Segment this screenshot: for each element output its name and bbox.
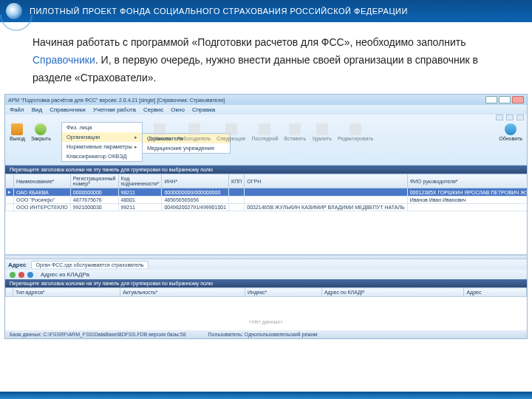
cell[interactable]: [229, 188, 245, 197]
status-user: Пользователь: Однопользовательский режим: [208, 332, 318, 337]
col-index[interactable]: Индекс*: [245, 288, 322, 297]
statusbar: База данных: C:\FSSRF\ARM_FSS\DataBase\B…: [5, 330, 527, 338]
row-indicator-col: [6, 288, 13, 297]
cell[interactable]: [245, 188, 407, 197]
window-controls: [485, 96, 524, 103]
intro-highlight: Справочники: [33, 54, 95, 66]
refresh-button[interactable]: Обновить: [499, 123, 522, 141]
menu-norm-params[interactable]: Нормативные параметры▸: [62, 142, 142, 151]
menu-med-uchr[interactable]: Медицинские учреждения: [143, 143, 230, 153]
menu-view[interactable]: Вид: [32, 106, 42, 113]
cell[interactable]: 98211: [118, 188, 162, 197]
close-button[interactable]: Закрыть: [31, 123, 51, 141]
next-button[interactable]: Следующие: [216, 123, 245, 141]
maximize-button[interactable]: [499, 96, 511, 103]
tab-fss-body[interactable]: Орган ФСС,где обслуживается страхователь: [31, 261, 149, 268]
refresh-icon: [505, 123, 516, 135]
col-sub[interactable]: Код подчиненности*: [118, 174, 162, 188]
toolbar: Выход Закрыть Физ. лица Организации▸ Нор…: [5, 122, 527, 166]
close-window-button[interactable]: [512, 96, 524, 103]
edit-button[interactable]: Редактировать: [338, 123, 373, 141]
cell[interactable]: ОАО КБАКВА: [14, 188, 71, 197]
exit-button[interactable]: Выход: [10, 123, 25, 141]
close-label: Закрыть: [31, 136, 51, 141]
label: Организации: [66, 134, 100, 140]
menu-help[interactable]: Справка: [192, 106, 215, 113]
minimize-button[interactable]: [485, 96, 497, 103]
edit-icon: [349, 123, 361, 135]
cell[interactable]: ООО "Росинфо": [14, 197, 71, 204]
add-button[interactable]: Добавить: [149, 123, 171, 141]
no-data-label: <Нет данных>: [249, 319, 283, 324]
delete-icon: [316, 123, 328, 135]
mdi-restore[interactable]: [506, 115, 514, 120]
mdi-close[interactable]: [516, 115, 524, 120]
cell[interactable]: [407, 204, 527, 211]
addr-toolbar: Адрес из КЛАДРа: [5, 270, 527, 279]
next-icon: [225, 123, 237, 135]
group-panel[interactable]: Перетащите заголовок колонки на эту пане…: [5, 166, 527, 174]
cell[interactable]: 9921000030: [70, 204, 118, 211]
slide-header: ПИЛОТНЫЙ ПРОЕКТ ФОНДА СОЦИАЛЬНОГО СТРАХО…: [0, 0, 532, 22]
cell[interactable]: 0000000000/000000000: [162, 188, 229, 197]
table-row[interactable]: ▸ ОАО КБАКВА 0000000000 98211 0000000000…: [6, 188, 528, 197]
label: Работодатель: [177, 136, 211, 141]
menu-organizacii[interactable]: Организации▸: [62, 132, 142, 142]
mdi-min[interactable]: [496, 115, 503, 120]
status-db: База данных: C:\FSSRF\ARM_FSS\DataBase\B…: [10, 332, 186, 337]
col-ogrn[interactable]: ОГРН: [245, 174, 407, 188]
col-name[interactable]: Наименование*: [14, 174, 71, 188]
label: Физ. лица: [66, 124, 92, 131]
col-fio[interactable]: ФИО руководителя*: [407, 174, 527, 188]
col-reg[interactable]: Регистрационный номер*: [70, 174, 118, 188]
kladr-link[interactable]: Адрес из КЛАДРа: [41, 271, 89, 278]
cell[interactable]: 99211: [118, 204, 162, 211]
del-addr-button[interactable]: [18, 272, 24, 278]
menu-acct[interactable]: Учетная работа: [93, 106, 136, 113]
cell[interactable]: 485656565656: [162, 197, 229, 204]
cell[interactable]: ООО ИНТЕРСТЕКЛО: [14, 204, 71, 211]
table-row[interactable]: ООО ИНТЕРСТЕКЛО 9921000030 99211 0049820…: [6, 204, 528, 211]
cell[interactable]: [229, 204, 245, 211]
cell[interactable]: 4877675676: [70, 197, 118, 204]
intro-text: Начиная работать с программой «Подготовк…: [0, 22, 532, 94]
tab-addr-label: Адрес: [8, 262, 27, 268]
row-indicator: ▸: [6, 188, 14, 197]
col-kpp[interactable]: КПП: [229, 174, 245, 188]
cell[interactable]: 004982002791/499901001: [162, 204, 229, 211]
menu-win[interactable]: Окно: [171, 106, 185, 113]
cell[interactable]: 00321465В ЖУЛЬКИН КАЗИМИР ВЛАДИМИ МЕДВЕП…: [245, 204, 407, 211]
cell[interactable]: Иванов Иван Иванович: [407, 197, 527, 204]
addr-grid-body: <Нет данных>: [5, 297, 527, 330]
cell[interactable]: [229, 197, 245, 204]
menubar: Файл Вид Справочники Учетная работа Серв…: [5, 105, 527, 115]
menu-fizlitsa[interactable]: Физ. лица: [62, 123, 142, 132]
prev-icon: [188, 123, 200, 135]
prev-button[interactable]: Работодатель: [177, 123, 211, 141]
cell[interactable]: 48001: [118, 197, 162, 204]
col-actual[interactable]: Актуальность*: [120, 288, 245, 297]
exit-icon: [11, 123, 23, 135]
slide-title: ПИЛОТНЫЙ ПРОЕКТ ФОНДА СОЦИАЛЬНОГО СТРАХО…: [30, 7, 408, 16]
label: Нормативные параметры: [66, 143, 132, 150]
col-kladr[interactable]: Адрес по КЛАДР: [321, 288, 464, 297]
col-addr[interactable]: Адрес: [464, 288, 527, 297]
menu-dict[interactable]: Справочники: [50, 106, 85, 113]
label: Добавить: [149, 136, 171, 141]
titlebar: АРМ "Подготовка расчётов для ФСС" версия…: [5, 95, 527, 105]
edit-addr-button[interactable]: [27, 272, 33, 278]
col-addr-type[interactable]: Тип адреса*: [13, 288, 120, 297]
insert-button[interactable]: Вставить: [284, 123, 306, 141]
delete-button[interactable]: Удалить: [312, 123, 332, 141]
cell[interactable]: [245, 197, 407, 204]
cell[interactable]: 00012385Х ГОРШКИН ЯРОСЛАВ ПЕТРОВИЧ ЖУЛЬК…: [407, 188, 527, 197]
table-row[interactable]: ООО "Росинфо" 4877675676 48001 485656565…: [6, 197, 528, 204]
menu-okved[interactable]: Классификатор ОКВЭД: [62, 151, 142, 161]
addr-group-panel[interactable]: Перетащите заголовок колонки на эту пане…: [5, 279, 527, 287]
col-inn[interactable]: ИНН*: [162, 174, 229, 188]
menu-svc[interactable]: Сервис: [143, 106, 163, 113]
last-button[interactable]: Последний: [251, 123, 278, 141]
menu-file[interactable]: Файл: [10, 106, 24, 113]
cell[interactable]: 0000000000: [70, 188, 118, 197]
add-addr-button[interactable]: [10, 272, 16, 278]
